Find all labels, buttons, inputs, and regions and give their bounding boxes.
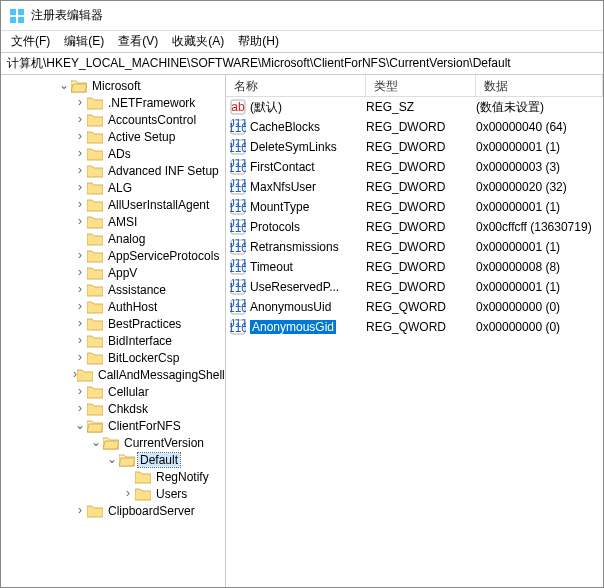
- value-data: 0x00000001 (1): [476, 140, 603, 154]
- value-row[interactable]: 011110UseReservedP...REG_DWORD0x00000001…: [226, 277, 603, 297]
- expander-icon[interactable]: [73, 146, 87, 160]
- expander-icon[interactable]: [73, 401, 87, 415]
- tree-item[interactable]: Analog: [1, 230, 225, 247]
- value-type: REG_DWORD: [366, 160, 476, 174]
- value-row[interactable]: 011110CacheBlocksREG_DWORD0x00000040 (64…: [226, 117, 603, 137]
- tree-item[interactable]: ClientForNFS: [1, 417, 225, 434]
- tree-label: ALG: [106, 181, 134, 195]
- expander-icon[interactable]: [73, 129, 87, 143]
- expander-icon[interactable]: [73, 112, 87, 126]
- tree-item[interactable]: Active Setup: [1, 128, 225, 145]
- tree-item[interactable]: RegNotify: [1, 468, 225, 485]
- expander-icon[interactable]: [73, 248, 87, 262]
- tree-item[interactable]: ADs: [1, 145, 225, 162]
- tree-label: ClipboardServer: [106, 504, 197, 518]
- expander-icon[interactable]: [73, 503, 87, 517]
- value-row[interactable]: 011110FirstContactREG_DWORD0x00000003 (3…: [226, 157, 603, 177]
- tree-item[interactable]: ClipboardServer: [1, 502, 225, 519]
- tree-item[interactable]: Advanced INF Setup: [1, 162, 225, 179]
- expander-icon[interactable]: [73, 214, 87, 228]
- tree-item[interactable]: AppServiceProtocols: [1, 247, 225, 264]
- binary-value-icon: 011110: [230, 119, 246, 135]
- expander-icon[interactable]: [73, 197, 87, 211]
- value-data: 0x00000003 (3): [476, 160, 603, 174]
- expander-icon[interactable]: [57, 78, 71, 92]
- values-pane[interactable]: 名称 类型 数据 ab(默认)REG_SZ(数值未设置)011110CacheB…: [226, 75, 603, 587]
- tree-item[interactable]: CallAndMessagingShell: [1, 366, 225, 383]
- expander-icon[interactable]: [105, 452, 119, 466]
- folder-icon: [87, 215, 103, 229]
- expander-icon[interactable]: [73, 316, 87, 330]
- value-row[interactable]: 011110MaxNfsUserREG_DWORD0x00000020 (32): [226, 177, 603, 197]
- tree-item[interactable]: Chkdsk: [1, 400, 225, 417]
- tree-label: Microsoft: [90, 79, 143, 93]
- tree-item[interactable]: AllUserInstallAgent: [1, 196, 225, 213]
- svg-rect-2: [10, 17, 16, 23]
- value-data: 0x00000001 (1): [476, 240, 603, 254]
- tree-label: AllUserInstallAgent: [106, 198, 211, 212]
- expander-icon[interactable]: [73, 282, 87, 296]
- value-row[interactable]: 011110TimeoutREG_DWORD0x00000008 (8): [226, 257, 603, 277]
- tree-item[interactable]: AMSI: [1, 213, 225, 230]
- folder-icon: [71, 79, 87, 93]
- value-type: REG_QWORD: [366, 320, 476, 334]
- value-row[interactable]: 011110AnonymousUidREG_QWORD0x00000000 (0…: [226, 297, 603, 317]
- svg-text:110: 110: [230, 161, 246, 175]
- svg-text:110: 110: [230, 261, 246, 275]
- tree-item[interactable]: Assistance: [1, 281, 225, 298]
- expander-icon[interactable]: [73, 350, 87, 364]
- expander-icon[interactable]: [73, 180, 87, 194]
- expander-icon[interactable]: [73, 367, 77, 381]
- expander-icon[interactable]: [89, 435, 103, 449]
- value-row[interactable]: 011110RetransmissionsREG_DWORD0x00000001…: [226, 237, 603, 257]
- tree-label: Chkdsk: [106, 402, 150, 416]
- tree-item[interactable]: CurrentVersion: [1, 434, 225, 451]
- folder-icon: [87, 317, 103, 331]
- expander-icon[interactable]: [73, 299, 87, 313]
- value-type: REG_DWORD: [366, 180, 476, 194]
- expander-icon[interactable]: [73, 418, 87, 432]
- tree-label: AppServiceProtocols: [106, 249, 221, 263]
- tree-label: BestPractices: [106, 317, 183, 331]
- col-type[interactable]: 类型: [366, 75, 476, 96]
- folder-icon: [87, 385, 103, 399]
- tree-item[interactable]: AuthHost: [1, 298, 225, 315]
- folder-icon: [87, 334, 103, 348]
- tree-item[interactable]: BestPractices: [1, 315, 225, 332]
- value-name: MaxNfsUser: [250, 180, 316, 194]
- expander-icon[interactable]: [73, 163, 87, 177]
- svg-rect-3: [18, 17, 24, 23]
- tree-item[interactable]: ALG: [1, 179, 225, 196]
- tree-item[interactable]: BitLockerCsp: [1, 349, 225, 366]
- tree-item[interactable]: Default: [1, 451, 225, 468]
- menu-help[interactable]: 帮助(H): [232, 31, 285, 52]
- string-value-icon: ab: [230, 99, 246, 115]
- expander-icon[interactable]: [73, 384, 87, 398]
- col-data[interactable]: 数据: [476, 75, 603, 96]
- value-data: 0x00000000 (0): [476, 320, 603, 334]
- value-row[interactable]: 011110ProtocolsREG_DWORD0x00cffcff (1363…: [226, 217, 603, 237]
- menu-fav[interactable]: 收藏夹(A): [166, 31, 230, 52]
- menu-view[interactable]: 查看(V): [112, 31, 164, 52]
- address-bar[interactable]: 计算机\HKEY_LOCAL_MACHINE\SOFTWARE\Microsof…: [1, 53, 603, 75]
- tree-pane[interactable]: Microsoft.NETFrameworkAccountsControlAct…: [1, 75, 226, 587]
- expander-icon[interactable]: [73, 265, 87, 279]
- menu-file[interactable]: 文件(F): [5, 31, 56, 52]
- value-row[interactable]: 011110MountTypeREG_DWORD0x00000001 (1): [226, 197, 603, 217]
- value-row[interactable]: ab(默认)REG_SZ(数值未设置): [226, 97, 603, 117]
- tree-item[interactable]: AccountsControl: [1, 111, 225, 128]
- tree-item[interactable]: AppV: [1, 264, 225, 281]
- tree-item[interactable]: Microsoft: [1, 77, 225, 94]
- menu-edit[interactable]: 编辑(E): [58, 31, 110, 52]
- expander-icon[interactable]: [121, 486, 135, 500]
- tree-item[interactable]: .NETFramework: [1, 94, 225, 111]
- expander-icon[interactable]: [73, 95, 87, 109]
- expander-icon[interactable]: [73, 333, 87, 347]
- tree-label: Default: [138, 453, 180, 467]
- tree-item[interactable]: Cellular: [1, 383, 225, 400]
- tree-item[interactable]: Users: [1, 485, 225, 502]
- value-row[interactable]: 011110DeleteSymLinksREG_DWORD0x00000001 …: [226, 137, 603, 157]
- tree-item[interactable]: BidInterface: [1, 332, 225, 349]
- col-name[interactable]: 名称: [226, 75, 366, 96]
- value-row[interactable]: 011110AnonymousGidREG_QWORD0x00000000 (0…: [226, 317, 603, 337]
